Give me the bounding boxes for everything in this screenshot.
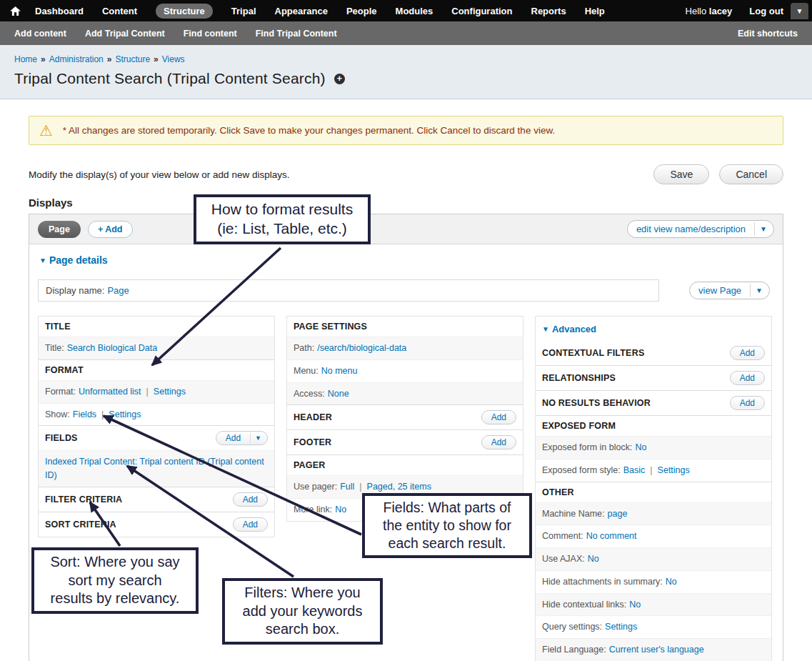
display-name-value-link[interactable]: Page [107, 285, 129, 296]
home-icon[interactable] [10, 6, 21, 16]
breadcrumb-link-home[interactable]: Home [14, 54, 37, 64]
row-link-settings[interactable]: Settings [658, 465, 690, 475]
row-link-page[interactable]: page [608, 509, 628, 519]
row-link-no[interactable]: No [588, 554, 599, 564]
warning-text: * All changes are stored temporarily. Cl… [63, 125, 555, 136]
row-link-current-user-s-language[interactable]: Current user's language [609, 645, 704, 655]
add-button-filter-criteria[interactable]: Add [233, 492, 268, 507]
bucket-title: FORMAT [45, 365, 84, 375]
row-label: Menu: [294, 366, 319, 376]
add-button-header[interactable]: Add [481, 410, 516, 424]
logout-link[interactable]: Log out [749, 6, 783, 16]
add-button-contextual-filters[interactable]: Add [730, 346, 765, 360]
row-link-none[interactable]: None [328, 389, 349, 399]
greeting-prefix: Hello [686, 6, 707, 16]
main-content: ⚠ * All changes are stored temporarily. … [0, 116, 812, 661]
column-advanced-settings: ▼AdvancedCONTEXTUAL FILTERSAddRELATIONSH… [535, 316, 772, 661]
row-link-search-biological-data[interactable]: Search Biological Data [67, 343, 157, 353]
collapse-triangle-icon: ▼ [39, 257, 46, 264]
toolbar-toggle-button[interactable]: ▼ [791, 3, 808, 19]
shortcut-find-tripal-content[interactable]: Find Tripal Content [256, 29, 337, 39]
breadcrumb-link-administration[interactable]: Administration [49, 54, 104, 64]
collapse-triangle-icon: ▼ [542, 325, 549, 333]
row-link-paged-25-items[interactable]: Paged, 25 items [367, 482, 431, 492]
row-link-basic[interactable]: Basic [623, 465, 646, 475]
admin-menu-item-modules[interactable]: Modules [396, 6, 433, 16]
chevron-down-icon: ▼ [750, 284, 769, 297]
contextual-links-icon[interactable]: + [334, 74, 345, 84]
breadcrumb-link-structure[interactable]: Structure [115, 54, 150, 64]
row-link-unformatted-list[interactable]: Unformatted list [79, 387, 141, 397]
add-button-footer[interactable]: Add [481, 435, 516, 449]
row-link-no[interactable]: No [335, 505, 346, 515]
row-label: Hide contextual links: [542, 600, 626, 610]
shortcut-add-content[interactable]: Add content [14, 29, 66, 39]
chevron-down-icon: ▼ [796, 7, 803, 15]
shortcut-find-content[interactable]: Find content [184, 29, 237, 39]
row-label: Field Language: [542, 645, 606, 655]
page-details-toggle[interactable]: Page details [49, 254, 108, 266]
bucket-row: Machine Name:page [536, 502, 771, 525]
user-greeting[interactable]: Hello lacey [686, 6, 733, 16]
view-page-button[interactable]: view Page ▼ [689, 282, 770, 299]
save-button[interactable]: Save [653, 164, 709, 184]
add-button-label: Add [234, 493, 267, 506]
row-label: Query settings: [542, 622, 602, 632]
tab-page[interactable]: Page [38, 221, 81, 238]
advanced-toggle[interactable]: Advanced [552, 324, 596, 334]
edit-shortcuts-link[interactable]: Edit shortcuts [738, 29, 798, 39]
row-link-fields[interactable]: Fields [73, 409, 96, 419]
bucket-row: Use AJAX:No [536, 547, 771, 570]
modify-displays-text: Modify the display(s) of your view below… [29, 169, 289, 180]
row-link-settings[interactable]: Settings [109, 409, 141, 419]
bucket-title-row: PAGE SETTINGS [287, 317, 523, 337]
row-label: Machine Name: [542, 509, 605, 519]
admin-menu-item-dashboard[interactable]: Dashboard [35, 6, 84, 16]
bucket-title: OTHER [542, 487, 574, 497]
add-button-sort-criteria[interactable]: Add [233, 517, 268, 532]
bucket-row: Indexed Tripal Content: Tripal content I… [39, 450, 274, 487]
bucket-title-row: HEADERAdd [287, 405, 523, 429]
username: lacey [709, 6, 733, 16]
bucket-row: Exposed form style:Basic|Settings [536, 459, 771, 482]
views-edit-panel: Page +Add edit view name/description ▼ ▼… [29, 214, 783, 661]
add-button-label: Add [731, 397, 764, 409]
admin-menu-item-people[interactable]: People [346, 6, 377, 16]
cancel-button[interactable]: Cancel [719, 164, 783, 184]
row-link-no-comment[interactable]: No comment [586, 531, 637, 541]
shortcut-add-tripal-content[interactable]: Add Tripal Content [85, 29, 165, 39]
add-button-fields[interactable]: Add▼ [216, 431, 268, 445]
admin-menu-item-configuration[interactable]: Configuration [451, 6, 512, 16]
admin-menu-item-appearance[interactable]: Appearance [275, 6, 328, 16]
admin-menu-item-structure[interactable]: Structure [156, 4, 213, 19]
admin-menu-item-content[interactable]: Content [102, 6, 137, 16]
row-label: Use pager: [294, 482, 337, 492]
admin-menu-item-tripal[interactable]: Tripal [231, 6, 256, 16]
row-link-no[interactable]: No [635, 442, 646, 452]
row-link-full[interactable]: Full [340, 482, 354, 492]
admin-menu: DashboardContentStructureTripalAppearanc… [35, 4, 686, 19]
add-display-button[interactable]: +Add [88, 221, 133, 238]
row-link-no-menu[interactable]: No menu [321, 366, 358, 376]
admin-menu-item-help[interactable]: Help [585, 6, 605, 16]
bucket-title-row: RELATIONSHIPSAdd [536, 366, 771, 390]
bucket-filter-criteria: FILTER CRITERIAAdd [39, 487, 274, 512]
row-link-settings[interactable]: Settings [605, 622, 637, 632]
breadcrumb-link-views[interactable]: Views [162, 54, 185, 64]
add-button-relationships[interactable]: Add [730, 371, 765, 385]
row-link-no[interactable]: No [666, 577, 677, 587]
display-name-box: Display name:Page [38, 279, 659, 302]
row-link-settings[interactable]: Settings [154, 387, 186, 397]
add-button-no-results-behavior[interactable]: Add [730, 396, 765, 410]
edit-view-name-button[interactable]: edit view name/description ▼ [627, 220, 774, 238]
row-separator: | [146, 387, 149, 397]
bucket-title-row: SORT CRITERIAAdd [39, 512, 274, 537]
row-label: Exposed form in block: [542, 442, 632, 452]
row-label: Path: [294, 343, 314, 353]
bucket-title-row: EXPOSED FORM [536, 416, 771, 436]
row-link-no[interactable]: No [629, 600, 641, 610]
bucket-row: Access:None [287, 382, 523, 405]
admin-menu-item-reports[interactable]: Reports [531, 6, 566, 16]
row-link-search-biological-data[interactable]: /search/biological-data [317, 343, 406, 353]
row-link-indexed-tripal-content-tripal-[interactable]: Indexed Tripal Content: Tripal content I… [45, 457, 264, 480]
